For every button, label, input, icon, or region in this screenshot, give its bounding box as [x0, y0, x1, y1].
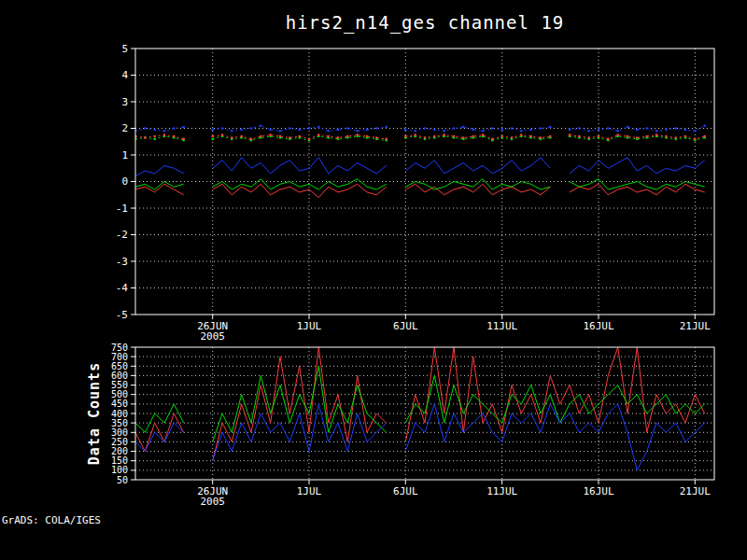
x-tick-label: 1JUL [297, 320, 322, 332]
x-tick-label: 16JUL [583, 320, 613, 332]
x-tick-year-label: 2005 [200, 330, 225, 343]
y-tick-label: 350 [111, 418, 128, 428]
y-tick-label: 700 [111, 352, 128, 362]
y-tick-label: 200 [111, 446, 128, 456]
x-tick-label: 6JUL [393, 485, 418, 497]
y-tick-label: 5 [121, 43, 128, 55]
y-tick-label: -5 [116, 309, 128, 321]
y-tick-label: 250 [111, 437, 128, 447]
y-tick-label: 400 [111, 409, 128, 419]
x-tick-label: 1JUL [297, 485, 322, 497]
grads-plot-screen: hirs2_n14_ges channel 19 Data Counts 26J… [0, 0, 747, 560]
y-tick-label: 100 [111, 465, 128, 475]
y-tick-label: 750 [111, 343, 128, 353]
charts-canvas: 26JUN20051JUL6JUL11JUL16JUL21JUL-5-4-3-2… [0, 0, 747, 560]
y-tick-label: 2 [121, 122, 128, 134]
y-tick-label: 150 [111, 455, 128, 466]
x-tick-label: 21JUL [680, 485, 711, 497]
y-tick-label: 650 [111, 361, 128, 371]
y-tick-label: 50 [117, 475, 128, 485]
y-tick-label: 550 [111, 380, 128, 390]
x-tick-label: 11JUL [486, 320, 517, 332]
y-tick-label: 500 [111, 389, 128, 399]
y-tick-label: 300 [111, 427, 128, 438]
y-tick-label: -1 [116, 203, 128, 215]
y-tick-label: -4 [116, 282, 129, 294]
y-tick-label: 4 [121, 69, 128, 81]
y-tick-label: 600 [111, 371, 128, 381]
grads-credit: GrADS: COLA/IGES [2, 514, 101, 526]
green-dotted-line [135, 136, 705, 140]
y-tick-label: -3 [116, 256, 128, 268]
y-tick-label: 450 [111, 399, 128, 409]
x-tick-label: 16JUL [583, 485, 613, 497]
x-tick-label: 11JUL [486, 485, 517, 497]
blue-solid-line [135, 158, 705, 176]
x-tick-label: 6JUL [393, 320, 418, 332]
y-tick-label: 0 [121, 175, 128, 188]
y-tick-label: 1 [121, 149, 128, 161]
x-tick-year-label: 2005 [200, 496, 225, 508]
red-dotted-line [135, 135, 705, 139]
x-tick-label: 21JUL [680, 320, 711, 332]
y-tick-label: -2 [116, 229, 128, 241]
y-tick-label: 3 [121, 96, 128, 108]
